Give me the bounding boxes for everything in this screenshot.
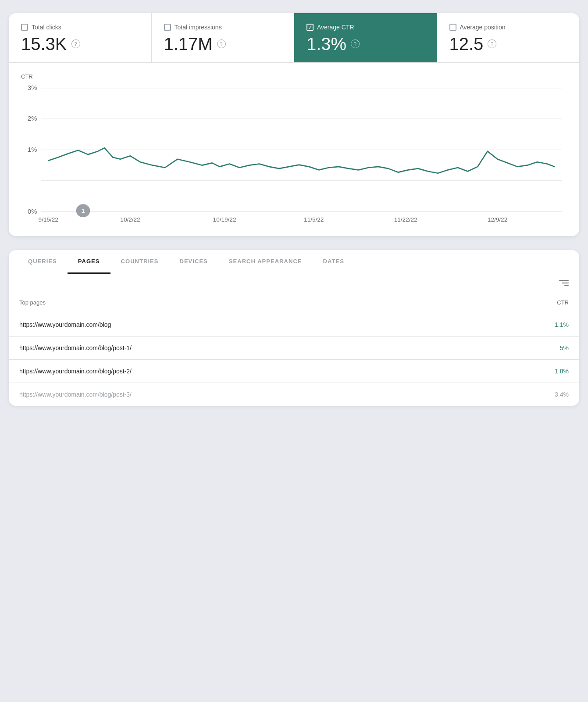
metric-average-ctr[interactable]: ✓ Average CTR 1.3% ? — [294, 13, 437, 62]
table-card: QUERIES PAGES COUNTRIES DEVICES SEARCH A… — [9, 250, 579, 406]
average-ctr-label: Average CTR — [317, 24, 354, 31]
average-ctr-help[interactable]: ? — [351, 39, 360, 48]
row-url-2: https://www.yourdomain.com/blog/post-2/ — [19, 368, 132, 375]
filter-line-3 — [564, 285, 569, 286]
row-ctr-1: 5% — [560, 344, 569, 351]
average-position-value: 12.5 — [449, 34, 484, 54]
col-ctr: CTR — [557, 299, 569, 306]
tab-countries[interactable]: COUNTRIES — [110, 250, 169, 274]
metric-total-impressions[interactable]: Total impressions 1.17M ? — [152, 13, 295, 62]
svg-text:3%: 3% — [28, 84, 37, 91]
tab-dates[interactable]: DATES — [313, 250, 355, 274]
checkmark-icon: ✓ — [308, 24, 313, 31]
total-clicks-label: Total clicks — [32, 24, 61, 31]
svg-text:0%: 0% — [28, 208, 37, 215]
tab-pages[interactable]: PAGES — [68, 250, 110, 274]
metrics-row: Total clicks 15.3K ? Total impressions 1… — [9, 13, 579, 63]
col-top-pages: Top pages — [19, 299, 46, 306]
tab-queries[interactable]: QUERIES — [18, 250, 68, 274]
svg-text:1: 1 — [82, 208, 85, 215]
table-header: Top pages CTR — [9, 292, 579, 313]
svg-text:10/2/22: 10/2/22 — [120, 216, 140, 223]
filter-button[interactable] — [559, 280, 569, 286]
row-ctr-3: 3.4% — [555, 391, 569, 398]
chart-svg: 3% 2% 1% 0% 1 9/15/22 10/2/22 10/19/22 1… — [21, 83, 567, 224]
total-clicks-help[interactable]: ? — [71, 39, 80, 48]
table-row[interactable]: https://www.yourdomain.com/blog/post-2/ … — [9, 360, 579, 383]
chart-container: 3% 2% 1% 0% 1 9/15/22 10/2/22 10/19/22 1… — [21, 83, 567, 224]
total-impressions-label: Total impressions — [175, 24, 222, 31]
row-url-0: https://www.yourdomain.com/blog — [19, 321, 111, 328]
average-position-label: Average position — [460, 24, 506, 31]
chart-y-label: CTR — [21, 73, 567, 80]
tabs-row: QUERIES PAGES COUNTRIES DEVICES SEARCH A… — [9, 250, 579, 274]
average-position-checkbox[interactable] — [449, 24, 456, 31]
tab-devices[interactable]: DEVICES — [169, 250, 218, 274]
table-row[interactable]: https://www.yourdomain.com/blog/post-3/ … — [9, 383, 579, 406]
svg-text:11/22/22: 11/22/22 — [394, 216, 417, 223]
total-clicks-value: 15.3K — [21, 34, 67, 54]
svg-text:11/5/22: 11/5/22 — [304, 216, 324, 223]
filter-line-2 — [562, 283, 569, 283]
metrics-chart-card: Total clicks 15.3K ? Total impressions 1… — [9, 13, 579, 236]
filter-row — [9, 274, 579, 292]
chart-area: CTR 3% 2% 1% 0% 1 — [9, 63, 579, 236]
total-impressions-help[interactable]: ? — [217, 39, 226, 48]
total-impressions-value: 1.17M — [164, 34, 213, 54]
row-url-1: https://www.yourdomain.com/blog/post-1/ — [19, 344, 132, 351]
row-ctr-2: 1.8% — [555, 368, 569, 375]
table-row[interactable]: https://www.yourdomain.com/blog/post-1/ … — [9, 337, 579, 360]
metric-total-clicks[interactable]: Total clicks 15.3K ? — [9, 13, 152, 62]
svg-text:12/9/22: 12/9/22 — [488, 216, 507, 223]
total-clicks-checkbox[interactable] — [21, 24, 28, 31]
row-ctr-0: 1.1% — [555, 321, 569, 328]
table-row[interactable]: https://www.yourdomain.com/blog 1.1% — [9, 313, 579, 337]
svg-text:1%: 1% — [28, 146, 37, 153]
metric-average-position[interactable]: Average position 12.5 ? — [437, 13, 580, 62]
average-ctr-value: 1.3% — [306, 34, 346, 54]
average-ctr-checkbox[interactable]: ✓ — [306, 24, 314, 31]
tab-search-appearance[interactable]: SEARCH APPEARANCE — [218, 250, 313, 274]
svg-text:10/19/22: 10/19/22 — [213, 216, 236, 223]
svg-text:9/15/22: 9/15/22 — [39, 216, 58, 223]
total-impressions-checkbox[interactable] — [164, 24, 171, 31]
svg-text:2%: 2% — [28, 115, 37, 122]
average-position-help[interactable]: ? — [488, 39, 496, 48]
filter-line-1 — [559, 280, 569, 281]
row-url-3: https://www.yourdomain.com/blog/post-3/ — [19, 391, 132, 398]
